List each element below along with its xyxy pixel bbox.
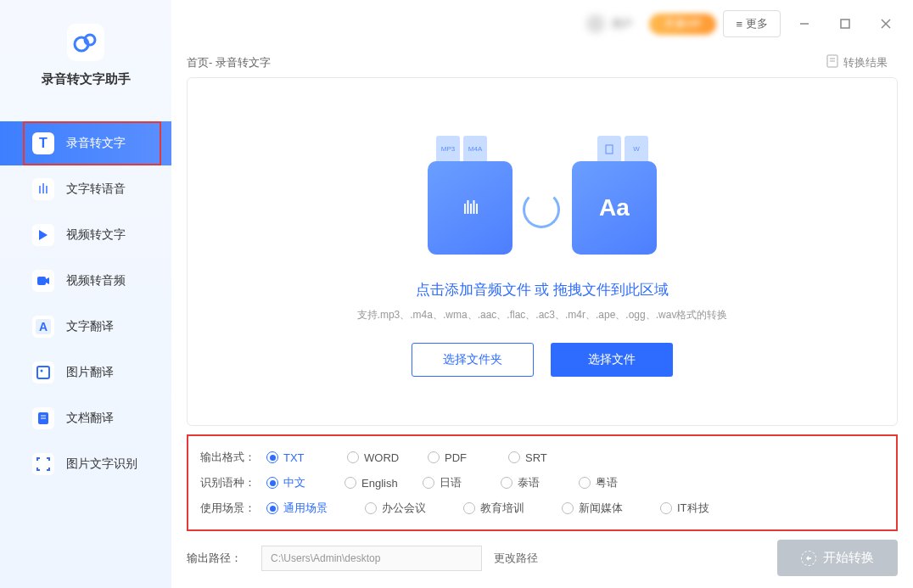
lang-option-3[interactable]: 泰语 [501,475,579,490]
drop-title: 点击添加音频文件 或 拖拽文件到此区域 [416,280,669,300]
lang-option-2[interactable]: 日语 [423,475,501,490]
result-link[interactable]: 转换结果 [826,54,888,70]
text-icon: T [32,132,54,154]
scene-option-4[interactable]: IT科技 [660,501,759,516]
change-path-link[interactable]: 更改路径 [494,551,538,566]
hamburger-icon: ≡ [736,18,742,31]
wave-icon: ılı [32,178,54,200]
drop-zone[interactable]: MP3M4A W ılılı Aa 点击添加音频文件 或 拖拽文件到此区域 支持… [187,77,898,426]
drop-subtitle: 支持.mp3、.m4a、.wma、.aac、.flac、.ac3、.m4r、.a… [357,308,728,322]
sidebar-item-text-to-speech[interactable]: ılı 文字转语音 [0,167,171,211]
maximize-button[interactable] [828,11,862,36]
scan-icon [32,453,54,475]
radio-icon [501,477,513,489]
radio-icon [428,451,440,463]
sidebar-item-video-to-audio[interactable]: 视频转音频 [0,259,171,303]
settings-panel: 输出格式： TXTWORDPDFSRT 识别语种： 中文English日语泰语粤… [187,434,898,531]
aa-text-icon: Aa [599,194,630,221]
breadcrumb-row: 首页- 录音转文字 转换结果 [171,48,913,77]
format-option-1[interactable]: WORD [347,451,428,464]
sidebar: 录音转文字助手 T 录音转文字 ılı 文字转语音 视频转文字 视频转音频 A [0,0,171,588]
hero-illustration: MP3M4A W ılılı Aa [411,127,674,263]
radio-icon [344,477,356,489]
nav-label: 文档翻译 [66,411,114,426]
doc-icon [826,54,838,70]
convert-arrow-icon [523,191,560,228]
sidebar-item-text-translate[interactable]: A 文字翻译 [0,305,171,349]
app-logo-icon [67,24,104,61]
nav-label: 文字转语音 [66,182,126,197]
svg-rect-2 [37,277,46,285]
svg-point-4 [41,370,43,372]
nav-label: 视频转音频 [66,273,126,288]
sidebar-item-ocr[interactable]: 图片文字识别 [0,442,171,486]
lang-option-1[interactable]: English [344,475,423,490]
main-area: 用户 开通VIP ≡ 更多 首页- 录音转文字 转换结果 MP3M4A W [171,0,913,588]
start-convert-button[interactable]: 开始转换 [777,540,898,576]
scene-option-0[interactable]: 通用场景 [266,501,365,516]
radio-icon [508,451,520,463]
audio-wave-icon: ılılı [462,197,478,219]
scene-row: 使用场景： 通用场景办公会议教育培训新闻媒体IT科技 [200,496,884,521]
scene-label: 使用场景： [200,501,266,516]
minimize-button[interactable] [787,11,821,36]
format-row: 输出格式： TXTWORDPDFSRT [200,445,884,470]
sidebar-item-image-translate[interactable]: 图片翻译 [0,350,171,395]
svg-rect-15 [606,145,613,154]
svg-rect-3 [37,367,49,378]
nav-label: 图片翻译 [66,365,114,380]
content-area: MP3M4A W ılılı Aa 点击添加音频文件 或 拖拽文件到此区域 支持… [171,77,913,531]
nav-label: 图片文字识别 [66,456,137,472]
lang-label: 识别语种： [200,475,266,490]
nav-label: 录音转文字 [66,136,126,151]
format-option-2[interactable]: PDF [428,451,508,464]
svg-rect-9 [841,20,849,28]
image-translate-icon [32,361,54,384]
lang-option-4[interactable]: 粤语 [579,475,657,490]
radio-icon [347,451,359,463]
footer-row: 输出路径： 更改路径 开始转换 [171,531,913,588]
titlebar: 用户 开通VIP ≡ 更多 [171,0,913,48]
select-folder-button[interactable]: 选择文件夹 [412,343,534,377]
more-button[interactable]: ≡ 更多 [723,10,781,37]
radio-icon [579,477,591,489]
avatar [586,14,605,33]
logo-section: 录音转文字助手 [0,0,171,103]
format-option-3[interactable]: SRT [508,451,589,464]
translate-a-icon: A [32,316,54,338]
radio-icon [463,502,475,514]
nav-label: 视频转文字 [66,227,126,243]
radio-icon [562,502,574,514]
radio-icon [423,477,434,489]
format-option-0[interactable]: TXT [266,451,347,464]
scene-option-3[interactable]: 新闻媒体 [562,501,660,516]
path-label: 输出路径： [187,551,249,566]
select-file-button[interactable]: 选择文件 [551,343,673,377]
breadcrumb: 首页- 录音转文字 [187,55,271,70]
format-label: 输出格式： [200,450,266,465]
close-button[interactable] [869,11,903,36]
user-section[interactable]: 用户 [586,14,632,33]
sidebar-item-doc-translate[interactable]: 文档翻译 [0,396,171,440]
scene-option-2[interactable]: 教育培训 [463,501,562,516]
radio-icon [266,451,278,463]
convert-icon [801,551,816,566]
radio-icon [266,502,278,514]
nav-label: 文字翻译 [66,319,114,334]
nav: T 录音转文字 ılı 文字转语音 视频转文字 视频转音频 A 文字翻译 图片 [0,103,171,488]
lang-option-0[interactable]: 中文 [266,475,344,490]
radio-icon [365,502,377,514]
sidebar-item-video-to-text[interactable]: 视频转文字 [0,213,171,257]
play-icon [32,224,54,246]
doc-icon [32,407,54,429]
lang-row: 识别语种： 中文English日语泰语粤语 [200,470,884,496]
scene-option-1[interactable]: 办公会议 [365,501,463,516]
radio-icon [660,502,672,514]
vip-button[interactable]: 开通VIP [649,14,716,35]
sidebar-item-audio-to-text[interactable]: T 录音转文字 [0,121,171,165]
radio-icon [266,477,278,489]
video-icon [32,270,54,292]
output-path-input[interactable] [261,546,482,571]
app-title: 录音转文字助手 [0,71,171,87]
